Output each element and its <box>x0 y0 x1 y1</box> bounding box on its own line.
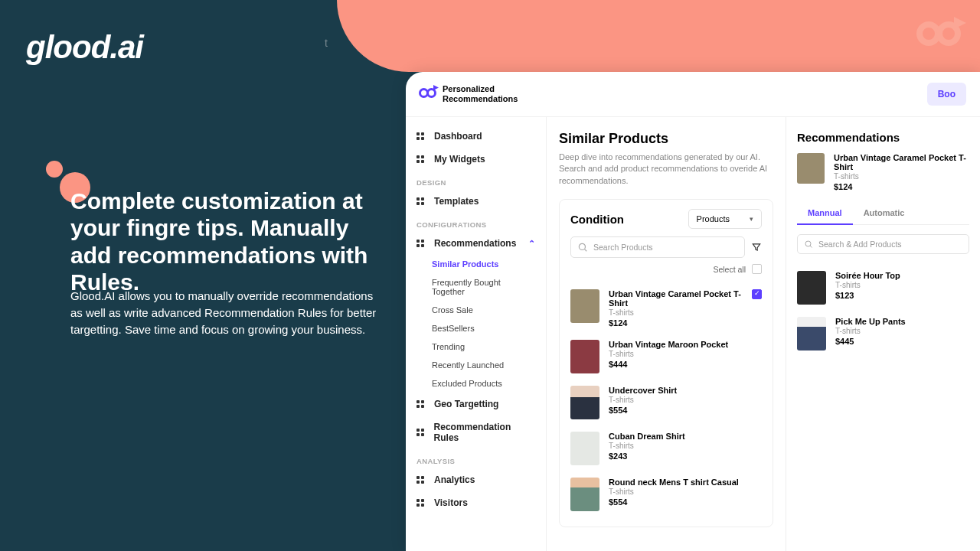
grid-icon <box>416 239 426 249</box>
tab[interactable]: Automatic <box>853 202 916 224</box>
nav-section-config: CONFIGURATIONS <box>406 213 546 232</box>
product-checkbox[interactable] <box>752 289 762 299</box>
sidebar-item[interactable]: Recommendation Rules <box>406 416 546 449</box>
sidebar-item[interactable]: Excluded Products <box>406 374 546 393</box>
sidebar-item[interactable]: Frequently Bought Together <box>406 273 546 301</box>
decorative-dot-small <box>46 161 63 178</box>
sidebar-item[interactable]: Templates <box>406 190 546 213</box>
sidebar-item[interactable]: Similar Products <box>406 255 546 273</box>
nav-section-design: DESIGN <box>406 171 546 190</box>
chevron-up-icon: ⌃ <box>528 239 535 249</box>
sidebar-item[interactable]: Analytics <box>406 468 546 491</box>
grid-icon <box>416 399 426 409</box>
condition-select[interactable]: Products <box>688 209 762 229</box>
svg-line-1 <box>584 249 586 252</box>
grid-icon <box>416 475 426 485</box>
search-icon <box>804 240 813 249</box>
product-row[interactable]: Cuban Dream ShirtT-shirts$243 <box>570 425 762 471</box>
page-title: Similar Products <box>559 131 773 147</box>
search-icon <box>577 242 588 253</box>
app-header: Personalized Recommendations Boo <box>406 72 980 117</box>
sidebar-item[interactable]: BestSellers <box>406 319 546 337</box>
svg-point-2 <box>805 241 811 246</box>
sidebar-item[interactable]: My Widgets <box>406 148 546 171</box>
product-thumbnail <box>570 386 599 419</box>
headline: Complete customization at your fingre ti… <box>70 187 392 296</box>
nav-section-analysis: ANALYSIS <box>406 449 546 468</box>
search-input[interactable]: Search Products <box>570 236 745 258</box>
sidebar-item[interactable]: Cross Sale <box>406 301 546 319</box>
recommendation-item[interactable]: Pick Me Up PantsT-shirts$445 <box>797 311 969 357</box>
product-row[interactable]: Round neck Mens T shirt CasualT-shirts$5… <box>570 471 762 517</box>
product-row[interactable]: Urban Vintage Maroon PocketT-shirts$444 <box>570 334 762 380</box>
select-all-checkbox[interactable] <box>752 264 762 274</box>
product-thumbnail <box>570 432 599 465</box>
product-thumbnail <box>797 271 826 305</box>
rec-search-input[interactable]: Search & Add Products <box>797 234 969 254</box>
select-all[interactable]: Select all <box>570 264 762 274</box>
sidebar-item[interactable]: Dashboard <box>406 125 546 148</box>
grid-icon <box>416 132 426 142</box>
sidebar-item[interactable]: Recently Launched <box>406 356 546 374</box>
grid-icon <box>416 197 426 207</box>
condition-title: Condition <box>570 213 624 226</box>
product-row[interactable]: Undercover ShirtT-shirts$554 <box>570 380 762 425</box>
product-thumbnail <box>797 317 826 350</box>
body-copy: Glood.AI allows you to manually override… <box>70 288 377 337</box>
sidebar-item[interactable]: Geo Targetting <box>406 393 546 416</box>
grid-icon <box>416 155 426 165</box>
page-description: Deep dive into recommendations generated… <box>559 152 773 187</box>
product-thumbnail <box>797 153 825 184</box>
product-thumbnail <box>570 289 599 323</box>
sidebar: DashboardMy Widgets DESIGN Templates CON… <box>406 117 547 551</box>
tab[interactable]: Mannual <box>797 202 853 225</box>
svg-line-3 <box>810 246 812 248</box>
sidebar-item[interactable]: Trending <box>406 337 546 356</box>
recommendations-panel: Recommendations Urban Vintage Caramel Po… <box>786 117 980 551</box>
nav-recommendations[interactable]: Recommendations ⌃ <box>406 232 546 255</box>
stray-char: t <box>325 37 328 49</box>
brand-mark-icon <box>919 21 959 49</box>
cta-button[interactable]: Boo <box>927 83 966 106</box>
svg-point-0 <box>579 244 585 250</box>
app-logo-icon <box>420 87 435 101</box>
brand-logo: glood.ai <box>26 29 143 66</box>
product-thumbnail <box>570 340 599 373</box>
sidebar-item[interactable]: Visitors <box>406 491 546 514</box>
product-row[interactable]: Urban Vintage Caramel Pocket T-ShirtT-sh… <box>570 283 762 334</box>
peach-background <box>337 0 980 72</box>
condition-card: Condition Products Search Products Selec… <box>559 199 773 527</box>
product-thumbnail <box>570 478 599 511</box>
recommendations-title: Recommendations <box>797 131 969 144</box>
recommendation-item[interactable]: Soirée Hour TopT-shirts$123 <box>797 265 969 311</box>
grid-icon <box>416 428 426 438</box>
selected-product: Urban Vintage Caramel Pocket T-Shirt T-s… <box>797 153 969 191</box>
grid-icon <box>416 498 426 508</box>
filter-icon[interactable] <box>751 242 762 253</box>
app-window: Personalized Recommendations Boo Dashboa… <box>406 72 980 551</box>
app-title: Personalized Recommendations <box>443 84 518 104</box>
